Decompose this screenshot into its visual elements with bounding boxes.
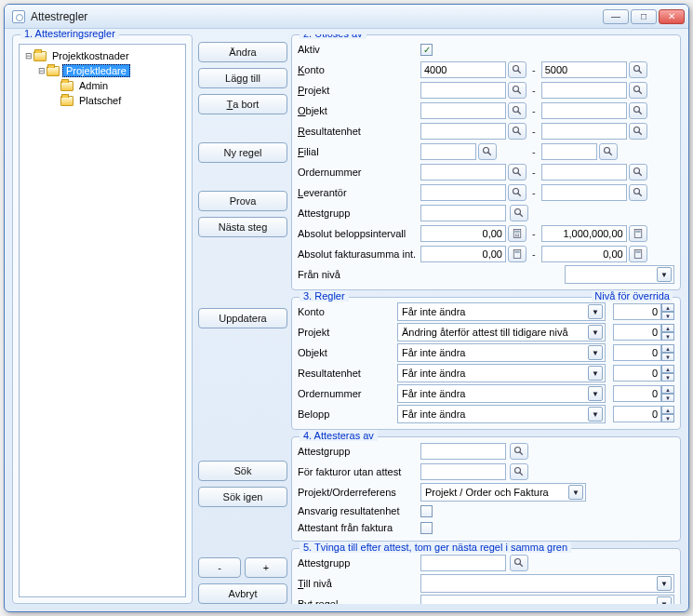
konto-from-input[interactable] xyxy=(420,61,506,78)
lookup-icon[interactable] xyxy=(510,555,528,571)
rule-konto-level[interactable]: ▲▼ xyxy=(613,303,674,320)
lookup-icon[interactable] xyxy=(508,164,526,181)
spin-down-icon[interactable]: ▼ xyxy=(661,414,674,422)
plus-button[interactable]: + xyxy=(245,557,287,578)
spin-up-icon[interactable]: ▲ xyxy=(661,344,674,353)
ordernr-to-input[interactable] xyxy=(541,164,627,181)
calculator-icon[interactable] xyxy=(508,225,526,242)
rule-objekt-dropdown[interactable]: Får inte ändra▼ xyxy=(397,343,606,362)
projekt-from-input[interactable] xyxy=(420,82,506,99)
absbelopp-to-input[interactable] xyxy=(541,225,627,242)
calculator-icon[interactable] xyxy=(508,246,526,262)
tree-node-child[interactable]: Platschef xyxy=(23,93,181,108)
rule-belopp-level[interactable]: ▲▼ xyxy=(613,406,674,422)
lookup-icon[interactable] xyxy=(629,82,647,99)
nyregel-button[interactable]: Ny regel xyxy=(198,142,287,163)
lookup-icon[interactable] xyxy=(508,102,526,119)
attestgrupp-input[interactable] xyxy=(420,443,506,460)
projorder-dropdown[interactable]: Projekt / Order och Faktura▼ xyxy=(420,483,586,502)
spin-down-icon[interactable]: ▼ xyxy=(661,373,674,382)
lookup-icon[interactable] xyxy=(599,143,618,160)
calculator-icon[interactable] xyxy=(629,225,647,242)
rule-ordernr-dropdown[interactable]: Får inte ändra▼ xyxy=(397,384,606,403)
utan-attest-input[interactable] xyxy=(420,463,506,480)
lookup-icon[interactable] xyxy=(629,123,647,140)
spin-down-icon[interactable]: ▼ xyxy=(661,353,674,361)
lookup-icon[interactable] xyxy=(629,102,647,119)
leverantor-from-input[interactable] xyxy=(420,184,506,201)
attestant-checkbox[interactable] xyxy=(420,522,433,534)
resultatenhet-to-input[interactable] xyxy=(541,123,627,140)
tree-node-selected[interactable]: ⊟ Projektledare xyxy=(23,63,181,78)
rule-projekt-dropdown[interactable]: Ändring återför attest till tidigare niv… xyxy=(397,323,606,341)
lookup-icon[interactable] xyxy=(478,143,497,160)
bytregel-dropdown[interactable]: ▼ xyxy=(420,595,674,604)
ansvarig-checkbox[interactable] xyxy=(420,505,433,517)
lookup-icon[interactable] xyxy=(629,184,647,201)
lookup-icon[interactable] xyxy=(508,82,526,99)
objekt-from-input[interactable] xyxy=(420,102,506,119)
spin-up-icon[interactable]: ▲ xyxy=(661,324,674,332)
rule-objekt-level[interactable]: ▲▼ xyxy=(613,344,674,361)
lookup-icon[interactable] xyxy=(510,463,528,480)
rule-ordernr-level[interactable]: ▲▼ xyxy=(613,385,674,402)
tree-collapse-icon[interactable]: ⊟ xyxy=(23,51,33,60)
svg-line-21 xyxy=(518,173,521,176)
minimize-button[interactable]: — xyxy=(603,9,629,24)
lookup-icon[interactable] xyxy=(510,443,528,460)
lookup-icon[interactable] xyxy=(629,164,647,181)
minus-button[interactable]: - xyxy=(198,557,241,578)
spin-up-icon[interactable]: ▲ xyxy=(661,365,674,373)
nastasteg-button[interactable]: Nästa steg xyxy=(198,217,287,237)
projekt-to-input[interactable] xyxy=(541,82,627,99)
absfakt-from-input[interactable] xyxy=(420,246,506,262)
tillniva-dropdown[interactable]: ▼ xyxy=(420,574,674,593)
tabort-button[interactable]: Ta bort xyxy=(198,94,287,114)
lookup-icon[interactable] xyxy=(508,61,526,78)
absbelopp-from-input[interactable] xyxy=(420,225,506,242)
svg-point-34 xyxy=(518,234,519,234)
prova-button[interactable]: Prova xyxy=(198,191,287,211)
sokigen-button[interactable]: Sök igen xyxy=(198,487,287,507)
rule-belopp-dropdown[interactable]: Får inte ändra▼ xyxy=(397,405,606,423)
rule-resultatenhet-level[interactable]: ▲▼ xyxy=(613,365,674,382)
aktiv-checkbox[interactable]: ✓ xyxy=(420,44,433,56)
konto-to-input[interactable] xyxy=(541,61,627,78)
franniva-dropdown[interactable]: ▼ xyxy=(565,265,674,284)
leverantor-to-input[interactable] xyxy=(541,184,627,201)
attestgrupp-input[interactable] xyxy=(420,205,506,221)
attestgrupp-label: Attestgrupp xyxy=(298,208,417,219)
filial-from-input[interactable] xyxy=(420,143,476,160)
force-attestgrupp-input[interactable] xyxy=(420,555,506,571)
spin-down-icon[interactable]: ▼ xyxy=(661,394,674,402)
maximize-button[interactable]: □ xyxy=(631,9,657,24)
lookup-icon[interactable] xyxy=(629,61,647,78)
close-button[interactable]: ✕ xyxy=(659,9,685,24)
spin-down-icon[interactable]: ▼ xyxy=(661,332,674,341)
avbryt-button[interactable]: Avbryt xyxy=(198,583,287,604)
rules-tree[interactable]: ⊟ Projektkostnader ⊟ Projektledare Admin xyxy=(19,44,186,597)
lookup-icon[interactable] xyxy=(508,184,526,201)
laggtill-button[interactable]: Lägg till xyxy=(198,68,287,88)
spin-down-icon[interactable]: ▼ xyxy=(661,312,674,320)
sok-button[interactable]: Sök xyxy=(198,461,287,481)
tree-collapse-icon[interactable]: ⊟ xyxy=(36,66,47,75)
uppdatera-button[interactable]: Uppdatera xyxy=(198,308,287,328)
calculator-icon[interactable] xyxy=(629,246,647,262)
tree-node-root[interactable]: ⊟ Projektkostnader xyxy=(23,48,181,63)
lookup-icon[interactable] xyxy=(508,123,526,140)
objekt-to-input[interactable] xyxy=(541,102,627,119)
rule-projekt-level[interactable]: ▲▼ xyxy=(613,324,674,341)
lookup-icon[interactable] xyxy=(510,205,528,221)
filial-to-input[interactable] xyxy=(541,143,597,160)
spin-up-icon[interactable]: ▲ xyxy=(661,303,674,312)
andra-button[interactable]: Ändra xyxy=(198,42,287,62)
absfakt-to-input[interactable] xyxy=(541,246,627,262)
resultatenhet-from-input[interactable] xyxy=(420,123,506,140)
rule-konto-dropdown[interactable]: Får inte ändra▼ xyxy=(397,302,606,321)
spin-up-icon[interactable]: ▲ xyxy=(661,385,674,394)
tree-node-child[interactable]: Admin xyxy=(23,78,181,93)
ordernr-from-input[interactable] xyxy=(420,164,506,181)
spin-up-icon[interactable]: ▲ xyxy=(661,406,674,414)
rule-resultatenhet-dropdown[interactable]: Får inte ändra▼ xyxy=(397,364,606,382)
